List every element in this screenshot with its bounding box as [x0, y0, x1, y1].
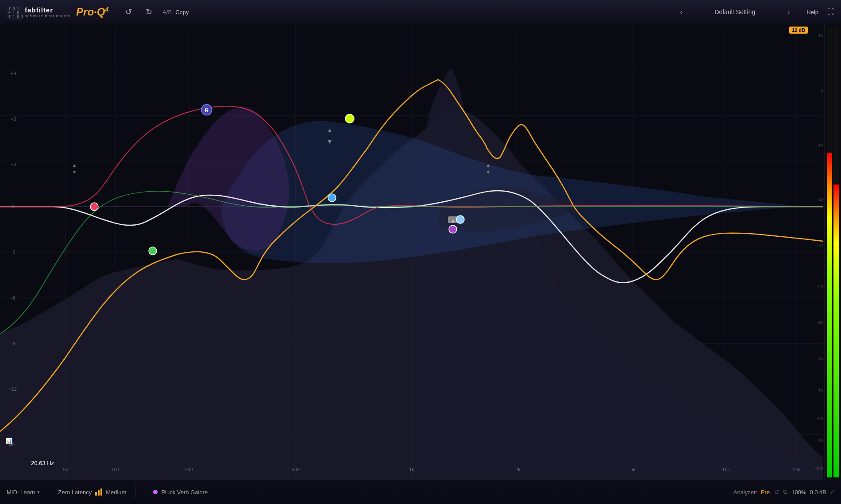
eq-node-purple: [449, 225, 457, 233]
svg-text:1 0 1: 1 0 1: [8, 7, 19, 11]
midi-learn-label[interactable]: MIDI Learn: [7, 489, 35, 496]
svg-text:1 1 0 1: 1 1 0 1: [8, 15, 23, 19]
quality-label[interactable]: Medium: [106, 489, 126, 496]
eq-node-blue: [328, 194, 336, 202]
svg-text:10k: 10k: [722, 467, 730, 472]
product-name: Pro·Q4: [76, 6, 108, 18]
latency-bar-2: [98, 490, 100, 496]
latency-section: Zero Latency Medium: [58, 489, 126, 496]
preset-name: Default Setting: [691, 8, 779, 15]
svg-text:+6: +6: [11, 116, 16, 122]
svg-text:50: 50: [63, 467, 68, 472]
eq-display[interactable]: R L ▲ ▼ ▲ ▼ ▲ ▼ +9 +6 +3 0 -3 -6 -9 -12 …: [0, 24, 823, 480]
analyzer-value[interactable]: Pre: [761, 489, 770, 496]
bottom-bar: MIDI Learn ▾ Zero Latency Medium Pluck V…: [0, 480, 841, 504]
resize-icon[interactable]: ⤢: [830, 489, 834, 495]
svg-text:100: 100: [111, 467, 119, 472]
redo-button[interactable]: ↻: [142, 5, 156, 19]
svg-text:▲: ▲: [327, 127, 333, 134]
svg-text:20k: 20k: [793, 467, 801, 472]
vu-bar-left: [827, 27, 832, 477]
svg-text:200: 200: [185, 467, 193, 472]
output-db: 0.0 dB: [810, 489, 826, 496]
latency-bar-3: [100, 489, 102, 496]
vu-fill-left: [827, 153, 832, 477]
svg-text:1k: 1k: [409, 467, 414, 472]
latency-bars: [95, 489, 102, 496]
ab-copy-section: A/B Copy: [162, 9, 189, 15]
svg-text:▼: ▼: [72, 169, 77, 175]
svg-text:2k: 2k: [515, 467, 521, 472]
copy-icon-button[interactable]: ⧉: [782, 488, 788, 496]
db-range-badge[interactable]: 12 dB: [789, 27, 808, 34]
fabfilter-logo-icon: 1 0 1 0 1 0 1 1 0 1: [7, 4, 23, 20]
svg-text:+9: +9: [11, 71, 16, 76]
undo-button[interactable]: ↺: [122, 5, 135, 19]
track-section: Pluck Verb Galore: [153, 489, 208, 496]
preset-prev-button[interactable]: ‹: [676, 6, 686, 19]
vu-bar-right: [833, 27, 839, 477]
track-color-dot: [153, 490, 158, 494]
help-button[interactable]: Help: [806, 9, 818, 15]
ab-label: A/B: [162, 9, 172, 15]
brand-name: fabfilter: [25, 6, 70, 14]
svg-text:+3: +3: [11, 162, 16, 167]
rewind-button[interactable]: ↺: [773, 488, 780, 496]
separator-1: [49, 485, 49, 499]
copy-button[interactable]: Copy: [175, 9, 189, 15]
svg-text:-6: -6: [11, 295, 15, 300]
vu-meter: [824, 24, 841, 480]
svg-text:▼: ▼: [486, 169, 491, 175]
preset-area: ‹ Default Setting › Help ⛶: [676, 6, 834, 19]
latency-bar-1: [95, 492, 97, 496]
svg-text:▲: ▲: [72, 162, 77, 168]
midi-learn-dropdown[interactable]: ▾: [37, 489, 40, 495]
midi-learn-section: MIDI Learn ▾: [7, 489, 40, 496]
logo-area: 1 0 1 0 1 0 1 1 0 1 fabfilter software i…: [7, 4, 108, 20]
svg-text:L: L: [451, 218, 454, 223]
eq-area[interactable]: R L ▲ ▼ ▲ ▼ ▲ ▼ +9 +6 +3 0 -3 -6 -9 -12 …: [0, 24, 823, 480]
svg-text:▲: ▲: [486, 162, 491, 168]
svg-text:0: 0: [12, 204, 15, 209]
preset-next-button[interactable]: ›: [783, 6, 793, 19]
track-name: Pluck Verb Galore: [161, 489, 208, 496]
logo-text: fabfilter software instruments: [25, 6, 70, 18]
eq-node-yellow: [345, 114, 354, 123]
svg-text:-12: -12: [10, 386, 17, 392]
svg-text:-3: -3: [11, 250, 15, 255]
header-controls: ↺ ↻ A/B Copy: [122, 5, 189, 19]
vu-fill-right: [833, 185, 839, 477]
analyzer-label: Analyzer:: [733, 489, 757, 496]
svg-text:▼: ▼: [327, 138, 333, 145]
eq-node-red: [90, 203, 98, 211]
eq-node-c: [456, 215, 464, 223]
eq-node-green: [149, 247, 157, 255]
brand-subtitle: software instruments: [25, 14, 70, 18]
svg-text:R: R: [205, 108, 208, 113]
zoom-label[interactable]: 100%: [791, 489, 806, 496]
svg-text:5k: 5k: [630, 467, 636, 472]
fullscreen-button[interactable]: ⛶: [827, 8, 834, 16]
analyzer-section: Analyzer: Pre ↺ ⧉ 100% 0.0 dB ⤢: [733, 488, 834, 496]
svg-text:500: 500: [292, 467, 300, 472]
frequency-display: 20.63 Hz: [31, 460, 54, 466]
vu-bar-container: [827, 27, 839, 477]
piano-tool-button[interactable]: 📊: [5, 438, 12, 444]
analyzer-icons: ↺ ⧉: [773, 488, 788, 496]
latency-label[interactable]: Zero Latency: [58, 489, 92, 496]
svg-text:-9: -9: [11, 341, 15, 346]
header: 1 0 1 0 1 0 1 1 0 1 fabfilter software i…: [0, 0, 841, 24]
svg-text:0 1 0: 0 1 0: [8, 11, 19, 15]
separator-2: [135, 485, 135, 499]
